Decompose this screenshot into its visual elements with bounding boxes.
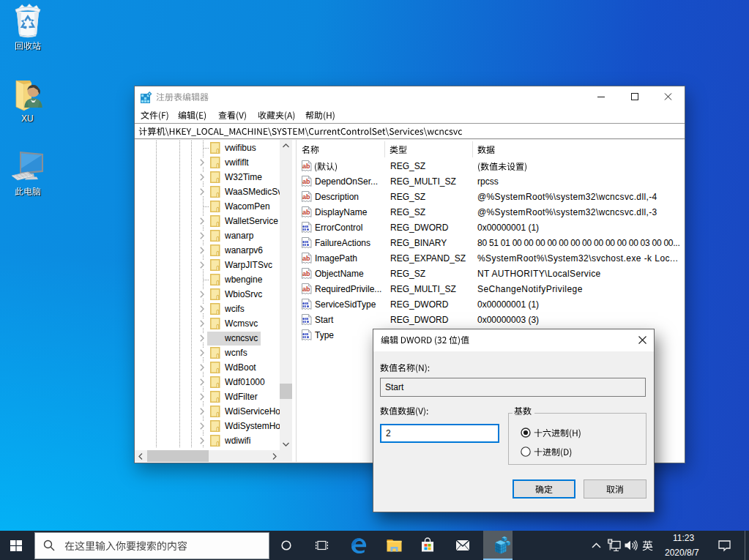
svg-text:ab: ab: [302, 163, 310, 170]
svg-text:ab: ab: [302, 270, 310, 277]
svg-text:ab: ab: [302, 209, 310, 216]
svg-text:ab: ab: [302, 178, 310, 185]
svg-text:ab: ab: [302, 255, 310, 262]
svg-text:ab: ab: [302, 193, 310, 201]
svg-text:ab: ab: [302, 285, 310, 293]
